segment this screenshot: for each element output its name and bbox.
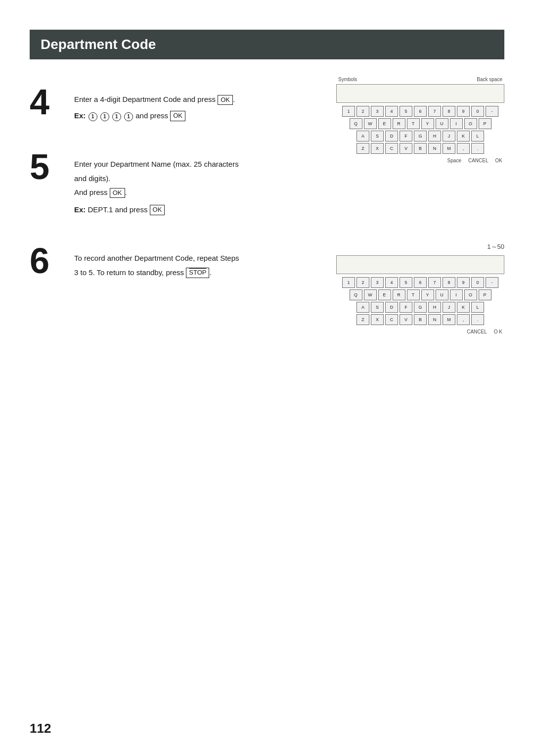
p5-key-f[interactable]: F (400, 302, 412, 313)
key-o[interactable]: O (464, 118, 477, 129)
p5-key-p[interactable]: P (479, 289, 491, 300)
p5-key-3[interactable]: 3 (371, 277, 384, 288)
p5-key-i[interactable]: I (450, 289, 463, 300)
p5-key-4[interactable]: 4 (385, 277, 398, 288)
ex-label-4: Ex: (74, 111, 86, 120)
p5-key-o[interactable]: O (464, 289, 477, 300)
p5-key-x[interactable]: X (371, 314, 384, 325)
key-5[interactable]: 5 (400, 106, 412, 117)
panel4-row3: A S D F G H J K L (336, 131, 504, 142)
key-8[interactable]: 8 (443, 106, 455, 117)
key-j[interactable]: J (443, 131, 455, 142)
panel4-bottom-labels: Space CANCEL OK (336, 156, 504, 163)
key-1[interactable]: 1 (342, 106, 355, 117)
key-comma[interactable]: , (457, 143, 470, 154)
step-5-section: 5 Enter your Department Name (max. 25 ch… (30, 154, 504, 218)
key-9[interactable]: 9 (457, 106, 470, 117)
range-label: 1～50 (336, 242, 504, 251)
panel4-row1: 1 2 3 4 5 6 7 8 9 0 - (336, 106, 504, 117)
step-5-number: 5 (30, 149, 74, 185)
p5-key-s[interactable]: S (371, 302, 384, 313)
p5-key-u[interactable]: U (436, 289, 448, 300)
p5-key-b[interactable]: B (414, 314, 427, 325)
key-n[interactable]: N (428, 143, 441, 154)
key-m[interactable]: M (443, 143, 455, 154)
key-d[interactable]: D (385, 131, 398, 142)
p5-key-m[interactable]: M (443, 314, 455, 325)
p5-key-0[interactable]: 0 (471, 277, 484, 288)
p5-key-n[interactable]: N (428, 314, 441, 325)
key-7[interactable]: 7 (428, 106, 441, 117)
p5-key-c[interactable]: C (385, 314, 398, 325)
key-dash[interactable]: - (486, 106, 498, 117)
p5-key-8[interactable]: 8 (443, 277, 455, 288)
digit-2: 1 (100, 112, 109, 121)
key-c[interactable]: C (385, 143, 398, 154)
key-r[interactable]: R (393, 118, 405, 129)
panel4-cancel-label[interactable]: CANCEL (468, 158, 489, 163)
key-z[interactable]: Z (356, 143, 369, 154)
key-q[interactable]: Q (350, 118, 362, 129)
digit-1: 1 (89, 112, 97, 121)
step5-ok-btn: OK (110, 188, 125, 198)
p5-key-g[interactable]: G (414, 302, 427, 313)
step4-ex-ok-btn: OK (170, 111, 185, 121)
p5-key-5[interactable]: 5 (400, 277, 412, 288)
panel5-lcd (336, 255, 504, 274)
p5-key-d[interactable]: D (385, 302, 398, 313)
p5-key-z[interactable]: Z (356, 314, 369, 325)
p5-key-j[interactable]: J (443, 302, 455, 313)
ex-label-5: Ex: (74, 205, 86, 214)
p5-key-e[interactable]: E (378, 289, 391, 300)
p5-key-7[interactable]: 7 (428, 277, 441, 288)
key-w[interactable]: W (364, 118, 377, 129)
p5-key-9[interactable]: 9 (457, 277, 470, 288)
key-a[interactable]: A (356, 131, 369, 142)
key-3[interactable]: 3 (371, 106, 384, 117)
p5-key-l[interactable]: L (471, 302, 484, 313)
key-f[interactable]: F (400, 131, 412, 142)
p5-key-1[interactable]: 1 (342, 277, 355, 288)
p5-key-v[interactable]: V (400, 314, 412, 325)
key-k[interactable]: K (457, 131, 470, 142)
key-p[interactable]: P (479, 118, 491, 129)
p5-key-k[interactable]: K (457, 302, 470, 313)
key-t[interactable]: T (407, 118, 420, 129)
step-5-row: 5 Enter your Department Name (max. 25 ch… (30, 154, 504, 218)
key-v[interactable]: V (400, 143, 412, 154)
panel5-cancel-label[interactable]: CANCEL (467, 329, 487, 334)
key-0[interactable]: 0 (471, 106, 484, 117)
key-g[interactable]: G (414, 131, 427, 142)
p5-key-t[interactable]: T (407, 289, 420, 300)
p5-key-q[interactable]: Q (350, 289, 362, 300)
p5-key-period[interactable]: . (471, 314, 484, 325)
key-e[interactable]: E (378, 118, 391, 129)
p5-key-w[interactable]: W (364, 289, 377, 300)
p5-key-2[interactable]: 2 (356, 277, 369, 288)
key-period[interactable]: . (471, 143, 484, 154)
key-i[interactable]: I (450, 118, 463, 129)
key-h[interactable]: H (428, 131, 441, 142)
panel5-ok-label[interactable]: O K (494, 329, 502, 334)
key-2[interactable]: 2 (356, 106, 369, 117)
panel-step4: Symbols Back space 1 2 3 4 5 6 7 8 9 0 -… (336, 77, 504, 163)
key-u[interactable]: U (436, 118, 448, 129)
key-l[interactable]: L (471, 131, 484, 142)
p5-key-h[interactable]: H (428, 302, 441, 313)
page-header: Department Code (30, 30, 504, 59)
key-y[interactable]: Y (421, 118, 434, 129)
panel5-row4: Z X C V B N M , . (336, 314, 504, 325)
panel4-space-label: Space (447, 158, 461, 163)
key-s[interactable]: S (371, 131, 384, 142)
key-b[interactable]: B (414, 143, 427, 154)
p5-key-6[interactable]: 6 (414, 277, 427, 288)
panel4-ok-label[interactable]: OK (495, 158, 502, 163)
p5-key-y[interactable]: Y (421, 289, 434, 300)
p5-key-r[interactable]: R (393, 289, 405, 300)
key-6[interactable]: 6 (414, 106, 427, 117)
p5-key-dash[interactable]: - (486, 277, 498, 288)
p5-key-a[interactable]: A (356, 302, 369, 313)
p5-key-comma[interactable]: , (457, 314, 470, 325)
key-4[interactable]: 4 (385, 106, 398, 117)
key-x[interactable]: X (371, 143, 384, 154)
